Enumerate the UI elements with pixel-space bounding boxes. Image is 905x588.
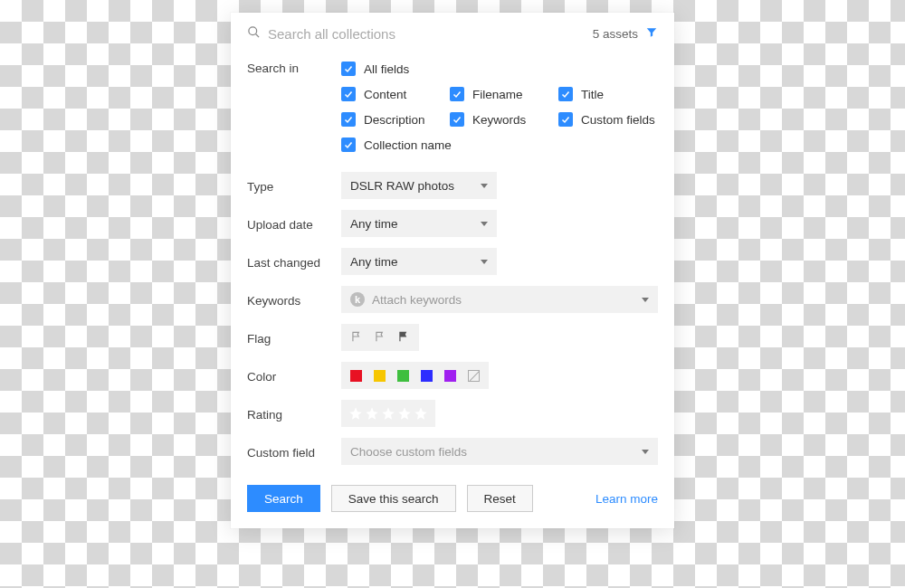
select-keywords[interactable]: k Attach keywords [341, 286, 658, 313]
reset-button[interactable]: Reset [467, 485, 533, 512]
star-icon[interactable] [381, 406, 395, 421]
label-flag: Flag [247, 330, 341, 346]
row-upload-date: Upload date Any time [247, 204, 658, 242]
chevron-down-icon [481, 222, 488, 226]
keyword-badge-icon: k [350, 292, 365, 307]
flag-filled-icon[interactable] [397, 330, 410, 346]
svg-point-0 [249, 27, 257, 35]
checkbox-label: Filename [472, 88, 523, 101]
select-placeholder: Attach keywords [372, 293, 462, 307]
select-value: DSLR RAW photos [350, 179, 454, 193]
row-search-in: Search in All fields Content Filename [247, 54, 658, 157]
checkbox-keywords[interactable]: Keywords [450, 112, 558, 127]
select-last-changed[interactable]: Any time [341, 248, 497, 275]
label-keywords: Keywords [247, 292, 341, 308]
row-rating: Rating [247, 394, 658, 432]
asset-count: 5 assets [593, 27, 638, 41]
chevron-down-icon [481, 260, 488, 264]
checkbox-custom-fields[interactable]: Custom fields [558, 112, 667, 127]
color-selector [341, 362, 489, 389]
row-color: Color [247, 356, 658, 394]
checkbox-label: Keywords [472, 113, 526, 127]
search-button[interactable]: Search [247, 485, 320, 512]
search-in-options: All fields Content Filename Title [341, 60, 667, 152]
select-value: Any time [350, 255, 398, 269]
star-icon[interactable] [414, 406, 428, 421]
select-upload-date[interactable]: Any time [341, 210, 497, 237]
checkbox-label: Custom fields [581, 113, 655, 127]
checkbox-content[interactable]: Content [341, 87, 450, 101]
color-swatch-none[interactable] [468, 370, 480, 382]
action-row: Search Save this search Reset Learn more [247, 470, 658, 512]
filter-icon[interactable] [645, 26, 658, 42]
star-icon[interactable] [348, 406, 363, 421]
checkbox-title[interactable]: Title [558, 87, 667, 101]
chevron-down-icon [642, 450, 649, 454]
search-input[interactable] [268, 26, 586, 42]
color-swatch-green[interactable] [397, 370, 409, 382]
label-custom-field: Custom field [247, 444, 341, 460]
label-rating: Rating [247, 406, 341, 422]
color-swatch-blue[interactable] [421, 370, 433, 382]
color-swatch-yellow[interactable] [374, 370, 386, 382]
select-custom-field[interactable]: Choose custom fields [341, 438, 658, 465]
checkbox-collection-name[interactable]: Collection name [341, 138, 452, 152]
svg-line-1 [256, 34, 259, 37]
search-icon [247, 25, 261, 42]
checkbox-filename[interactable]: Filename [450, 87, 558, 101]
row-last-changed: Last changed Any time [247, 242, 658, 280]
star-icon[interactable] [397, 406, 412, 421]
checkbox-label: Content [364, 88, 406, 101]
color-swatch-purple[interactable] [444, 370, 456, 382]
save-search-button[interactable]: Save this search [331, 485, 456, 512]
label-search-in: Search in [247, 60, 341, 75]
select-placeholder: Choose custom fields [350, 445, 467, 459]
row-custom-field: Custom field Choose custom fields [247, 432, 658, 470]
rating-selector[interactable] [341, 400, 435, 427]
checkbox-label: Collection name [364, 138, 452, 152]
label-upload-date: Upload date [247, 216, 341, 232]
label-color: Color [247, 368, 341, 384]
flag-outline-icon[interactable] [374, 330, 386, 346]
checkbox-label: All fields [364, 62, 409, 76]
label-type: Type [247, 178, 341, 194]
star-icon[interactable] [365, 406, 379, 421]
flag-selector [341, 324, 419, 351]
select-type[interactable]: DSLR RAW photos [341, 172, 497, 199]
select-value: Any time [350, 217, 398, 231]
learn-more-link[interactable]: Learn more [595, 492, 658, 506]
checkbox-label: Description [364, 113, 425, 127]
chevron-down-icon [642, 298, 649, 302]
color-swatch-red[interactable] [350, 370, 362, 382]
search-bar: 5 assets [247, 22, 658, 54]
checkbox-description[interactable]: Description [341, 112, 450, 127]
label-last-changed: Last changed [247, 254, 341, 270]
row-type: Type DSLR RAW photos [247, 166, 658, 204]
chevron-down-icon [481, 184, 488, 188]
checkbox-all-fields[interactable]: All fields [341, 62, 409, 76]
row-flag: Flag [247, 318, 658, 356]
flag-outline-icon[interactable] [350, 330, 363, 346]
checkbox-label: Title [581, 88, 604, 101]
row-keywords: Keywords k Attach keywords [247, 280, 658, 318]
advanced-search-panel: 5 assets Search in All fields Content [231, 13, 674, 528]
